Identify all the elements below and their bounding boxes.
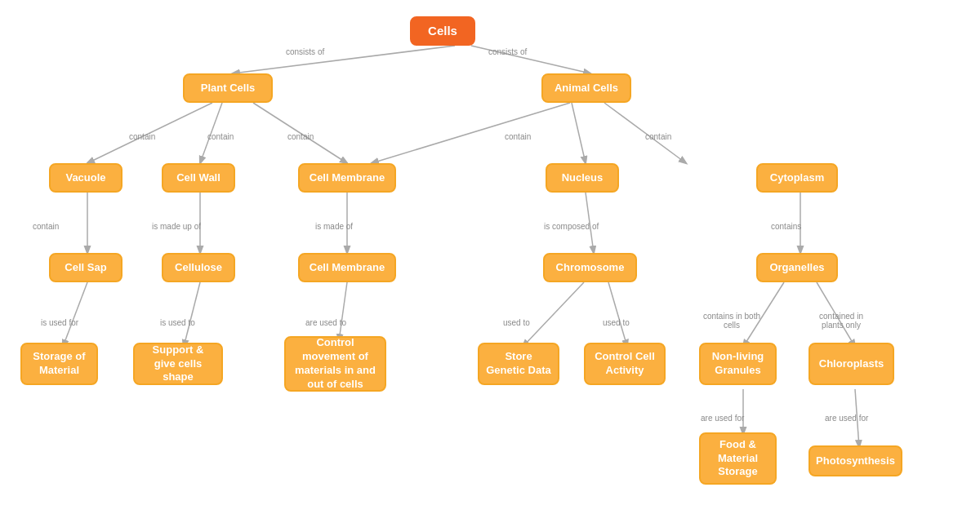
node-animal-cells: Animal Cells: [541, 73, 631, 103]
node-organelles: Organelles: [756, 253, 838, 282]
node-cytoplasm: Cytoplasm: [756, 163, 838, 193]
node-plant-cells: Plant Cells: [183, 73, 273, 103]
svg-line-17: [608, 282, 627, 347]
label-org-nonliving: contains in both cells: [699, 312, 764, 330]
node-cell-sap: Cell Sap: [49, 253, 122, 282]
label-animal-nucleus: contain: [505, 132, 531, 141]
svg-line-16: [523, 282, 584, 347]
label-plant-cellwall: contain: [207, 132, 234, 141]
label-chrom-controlcell: used to: [603, 318, 630, 327]
diagram: consists of consists of contain contain …: [0, 0, 980, 514]
node-chloroplasts: Chloroplasts: [808, 343, 894, 385]
node-photosynthesis: Photosynthesis: [808, 445, 902, 476]
label-cellmem2-control: are used to: [305, 318, 346, 327]
label-plant-vacuole: contain: [129, 132, 155, 141]
label-cyto-org: contains: [771, 222, 801, 231]
node-vacuole: Vacuole: [49, 163, 122, 193]
node-control: Control movement of materials in and out…: [284, 336, 386, 392]
node-cell-membrane: Cell Membrane: [298, 163, 396, 193]
svg-line-15: [339, 282, 347, 341]
node-non-living: Non-living Granules: [699, 343, 777, 385]
label-animal-cytoplasm: contain: [645, 132, 671, 141]
node-cell-membrane2: Cell Membrane: [298, 253, 396, 282]
label-chloro-photo: are used for: [825, 414, 868, 423]
label-nonliving-food: are used for: [701, 414, 744, 423]
node-cell-wall: Cell Wall: [162, 163, 235, 193]
node-nucleus: Nucleus: [546, 163, 619, 193]
node-control-cell: Control Cell Activity: [584, 343, 666, 385]
label-cellsap-storage: is used for: [41, 318, 78, 327]
label-plant-cellmem: contain: [287, 132, 314, 141]
svg-line-7: [372, 103, 570, 163]
node-store-genetic: Store Genetic Data: [478, 343, 559, 385]
node-chromosome: Chromosome: [543, 253, 637, 282]
label-chrom-storegenetic: used to: [503, 318, 530, 327]
node-storage: Storage of Material: [20, 343, 98, 385]
label-cellmem-cellmem2: is made of: [315, 222, 353, 231]
label-vacuole-cellsap: contain: [33, 222, 59, 231]
svg-line-5: [572, 103, 586, 163]
label-cellulose-support: is used to: [160, 318, 195, 327]
label-cells-plant: consists of: [286, 47, 324, 56]
label-nucleus-chrom: is composed of: [544, 222, 599, 231]
node-food-storage: Food & Material Storage: [699, 432, 777, 485]
label-cells-animal: consists of: [488, 47, 527, 56]
label-cellwall-cellulose: is made up of: [152, 222, 201, 231]
svg-line-14: [184, 282, 200, 347]
svg-line-13: [63, 282, 87, 347]
node-cellulose: Cellulose: [162, 253, 235, 282]
node-support: Support & give cells shape: [133, 343, 223, 385]
label-org-chloro: contained in plants only: [808, 312, 874, 330]
svg-line-0: [233, 46, 455, 73]
node-cells: Cells: [410, 16, 475, 46]
